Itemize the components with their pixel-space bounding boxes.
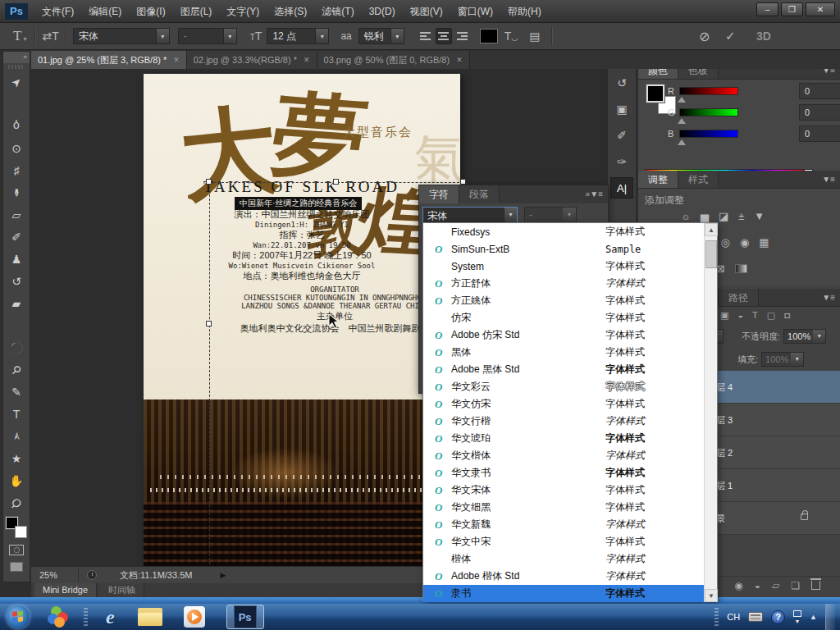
layers-panel-button-icon[interactable]: ◒ [755, 580, 760, 591]
panel-menu-icon[interactable]: ▼≡ [590, 189, 603, 199]
font-list-item[interactable]: O 华文仿宋 字体样式 [423, 395, 705, 413]
layer-filter-icon[interactable]: ▢ [767, 310, 775, 321]
selection-handle[interactable] [333, 179, 339, 185]
menu-item[interactable]: 文件(F) [34, 0, 81, 23]
menu-item[interactable]: 3D(D) [362, 0, 403, 23]
adjustment-icon[interactable]: ☼ [681, 210, 691, 222]
close-tab-icon[interactable]: ✕ [304, 56, 310, 64]
opacity-dropdown-button[interactable]: ▾ [815, 329, 826, 344]
status-popup-arrow-icon[interactable]: ▶ [220, 571, 226, 579]
font-style-select[interactable]: - ▾ [524, 207, 577, 223]
tool-presets-panel-icon[interactable]: ✐ [610, 125, 633, 146]
tool-button[interactable]: ⚫ [5, 336, 28, 358]
toggle-panels-icon[interactable]: ▤ [529, 30, 540, 43]
commit-edits-button[interactable]: ✓ [725, 29, 736, 43]
menu-item[interactable]: 帮助(H) [500, 0, 549, 23]
collapse-tools-icon[interactable]: » [3, 52, 30, 63]
font-list-item[interactable]: O 华文宋体 字体样式 [423, 482, 705, 499]
tool-button[interactable]: ♟ [5, 248, 28, 270]
font-list-item[interactable]: O SimSun-ExtB Sample [423, 240, 705, 258]
adjustment-icon[interactable]: ▅ [701, 210, 709, 222]
adjustment-icon[interactable]: ▦ [759, 236, 769, 249]
font-list-item[interactable]: O Adobe 黑体 Std 字体样式 [423, 361, 705, 378]
font-list-item[interactable]: O 华文楷体 字体样式 [423, 447, 705, 464]
document-tab[interactable]: 01.jpg @ 25% (图层 3, RGB/8) * ✕ [31, 51, 187, 69]
layer-filter-icon[interactable]: ▣ [720, 310, 728, 321]
adjustment-icon[interactable]: ◉ [740, 236, 749, 249]
panel-tab[interactable]: 段落 [459, 185, 500, 203]
panel-tab[interactable]: 字符 [419, 185, 459, 203]
screen-mode-icon[interactable] [10, 562, 23, 572]
tool-button[interactable]: ➣ [5, 425, 28, 447]
gradient-map-icon[interactable] [735, 264, 747, 273]
text-orientation-icon[interactable]: ⇄T [42, 30, 58, 43]
font-list-item[interactable]: O 华文彩云 字体样式 [423, 378, 705, 395]
collapse-panel-icon[interactable]: » [585, 189, 590, 199]
panel-menu-icon[interactable]: ▼≡ [822, 293, 835, 302]
channel-value-field[interactable]: 0 [799, 83, 840, 99]
window-tray-icon[interactable]: ▼ [793, 610, 801, 624]
align-right-button[interactable] [454, 28, 470, 44]
tool-button[interactable]: ▰ [5, 292, 28, 314]
layer-filter-icon[interactable]: T [752, 310, 758, 321]
keyboard-icon[interactable] [748, 612, 763, 622]
internet-explorer-icon[interactable]: e [106, 606, 115, 628]
chevron-down-icon[interactable]: ▾ [315, 29, 328, 43]
font-list-item[interactable]: Fixedsys 字体样式 [423, 223, 705, 240]
scrollbar-thumb[interactable] [705, 240, 717, 268]
explorer-folder-icon[interactable] [138, 608, 162, 626]
type-tool-preset-icon[interactable]: T [13, 28, 21, 44]
layers-panel-button-icon[interactable]: ▱ [772, 580, 779, 591]
font-list-item[interactable]: O 华文细黑 字体样式 [423, 499, 705, 516]
font-list-item[interactable]: O Adobe 仿宋 Std 字体样式 [423, 326, 705, 344]
slider-thumb[interactable] [678, 139, 686, 145]
menu-item[interactable]: 窗口(W) [450, 0, 500, 23]
font-list-item[interactable]: O 方正舒体 字体样式 [423, 275, 705, 292]
tool-button[interactable]: ϙ [5, 115, 28, 137]
fill-dropdown-button[interactable]: ▾ [792, 352, 804, 367]
close-tab-icon[interactable]: ✕ [456, 56, 463, 64]
font-list-item[interactable]: System 字体样式 [423, 258, 705, 275]
close-button[interactable]: ✕ [806, 2, 835, 16]
opacity-field[interactable]: 100% [783, 329, 815, 344]
font-style-select[interactable]: - ▾ [178, 28, 237, 44]
tool-button[interactable]: ↺ [5, 270, 28, 292]
text-color-swatch[interactable] [480, 29, 498, 43]
font-list-item[interactable]: O 隶书 字体样式 [423, 585, 705, 602]
tool-button[interactable]: ⊙ [5, 137, 28, 159]
tool-button[interactable]: ✒ [5, 181, 28, 203]
brush-panel-icon[interactable]: ✑ [610, 151, 633, 172]
minimize-button[interactable]: ‒ [756, 2, 778, 16]
menu-item[interactable]: 滤镜(T) [314, 0, 361, 23]
font-list-item[interactable]: O 方正姚体 字体样式 [423, 292, 705, 309]
font-list-scrollbar[interactable]: ▲ ▼ [704, 223, 717, 602]
adjustment-icon[interactable]: ± [738, 210, 744, 222]
history-panel-icon[interactable]: ↺ [610, 72, 633, 94]
foreground-background-swatches[interactable] [6, 517, 27, 538]
panel-tab[interactable]: 样式 [678, 171, 719, 188]
cancel-edits-button[interactable]: ⊘ [699, 29, 710, 44]
tool-button[interactable]: ✐ [5, 226, 28, 248]
menu-item[interactable]: 选择(S) [267, 0, 314, 23]
tool-button[interactable]: ♯ [5, 159, 28, 181]
delete-layer-icon[interactable] [811, 581, 820, 590]
tool-button[interactable]: ★ [5, 447, 28, 469]
selection-handle[interactable] [206, 321, 212, 326]
font-list-item[interactable]: O 黑体 字体样式 [423, 344, 705, 361]
language-indicator[interactable]: CH [727, 612, 740, 622]
layer-filter-icon[interactable]: ◒ [737, 310, 743, 321]
align-left-button[interactable] [418, 28, 434, 44]
panel-tab[interactable]: 调整 [638, 171, 678, 188]
layer-filter-icon[interactable]: ◘ [784, 310, 790, 321]
character-panel-icon[interactable]: A| [610, 177, 633, 199]
font-list-item[interactable]: O 华文新魏 字体样式 [423, 516, 705, 533]
tool-button[interactable] [5, 314, 28, 336]
tool-button[interactable]: ➤ [5, 71, 28, 93]
tool-button[interactable]: ⚲ [5, 358, 28, 381]
font-list-item[interactable]: O 华文行楷 字体样式 [423, 413, 705, 430]
chevron-down-icon[interactable]: ▾ [156, 29, 169, 43]
chevron-down-icon[interactable]: ▾ [390, 29, 404, 43]
selection-handle[interactable] [460, 179, 466, 185]
menu-item[interactable]: 图像(I) [129, 0, 172, 23]
document-tab[interactable]: 03.png @ 50% (图层 0, RGB/8) ✕ [317, 51, 470, 69]
